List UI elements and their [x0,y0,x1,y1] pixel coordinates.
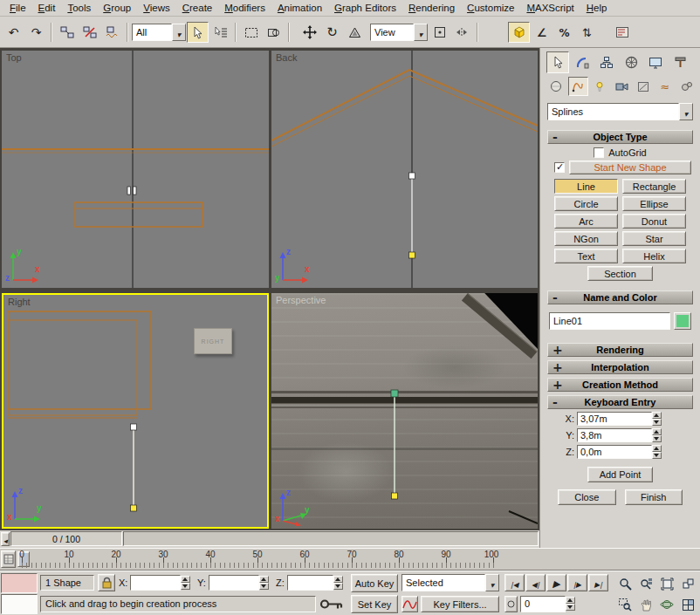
z-input[interactable]: 0,0m [577,445,652,459]
redo-button[interactable] [25,22,47,43]
tab-shapes[interactable] [568,77,588,96]
tab-systems[interactable] [676,77,697,96]
window-crossing-toggle-button[interactable] [263,22,285,43]
menu-graph-editors[interactable]: Graph Editors [328,1,402,15]
y-spinner[interactable] [652,428,662,442]
tab-lights[interactable] [590,77,610,96]
menu-create[interactable]: Create [176,1,219,15]
tab-modify[interactable] [571,51,594,73]
previous-frame-button[interactable] [525,574,546,591]
rollout-rendering[interactable]: Rendering [547,343,693,357]
object-type-arc[interactable]: Arc [554,214,618,229]
start-new-shape-checkbox[interactable] [554,162,565,173]
zoom-extents-button[interactable] [656,573,677,594]
unlink-selection-button[interactable] [79,22,100,43]
menu-help[interactable]: Help [580,1,614,15]
dropdown-arrow-icon[interactable] [679,103,693,120]
status-z-input[interactable] [287,575,333,591]
select-and-link-button[interactable] [56,22,78,43]
go-to-start-button[interactable] [504,574,525,591]
play-animation-button[interactable] [546,574,566,591]
viewport-top[interactable]: Top y x z [2,51,269,288]
arc-rotate-button[interactable] [656,594,677,615]
selection-lock-toggle-button[interactable] [98,574,115,591]
z-spinner[interactable] [652,445,662,459]
menu-group[interactable]: Group [97,1,137,15]
spinner-snap-button[interactable] [576,22,598,43]
select-and-rotate-button[interactable] [321,22,343,43]
viewport-perspective-label[interactable]: Perspective [276,295,326,305]
menu-customize[interactable]: Customize [461,1,520,15]
menu-animation[interactable]: Animation [271,1,328,15]
close-button[interactable]: Close [558,489,616,505]
menu-file[interactable]: File [3,1,32,15]
timeline-ruler[interactable]: 0 10 20 30 40 50 60 70 80 90 100 [0,548,700,571]
next-frame-button[interactable] [567,574,587,591]
set-key-button[interactable]: Set Key [351,595,398,613]
selection-filter-dropdown[interactable]: All [132,24,186,41]
tab-create[interactable] [546,51,569,73]
maxscript-listener-pane[interactable] [1,594,38,614]
rollout-name-and-color[interactable]: Name and Color [547,290,693,304]
percent-snap-button[interactable] [553,22,575,43]
menu-rendering[interactable]: Rendering [402,1,461,15]
tab-display[interactable] [644,51,667,73]
region-zoom-button[interactable] [614,594,635,615]
menu-tools[interactable]: Tools [61,1,97,15]
mirror-button[interactable] [451,22,473,43]
object-name-field[interactable]: Line01 [549,312,670,330]
status-y-input[interactable] [209,575,259,591]
zoom-extents-all-button[interactable] [677,573,698,594]
rectangular-selection-region-button[interactable] [240,22,262,43]
spline-category-dropdown[interactable]: Splines [547,103,693,120]
current-frame-spinner[interactable] [566,597,575,611]
default-tangents-button[interactable] [401,596,418,612]
menu-edit[interactable]: Edit [32,1,62,15]
select-by-name-button[interactable] [209,22,231,43]
x-input[interactable]: 3,07m [577,412,652,426]
tab-space-warps[interactable] [655,77,675,96]
viewport-back[interactable]: Back z x y [271,51,538,288]
keyboard-shortcut-override-button[interactable] [319,598,344,612]
viewport-top-label[interactable]: Top [6,52,22,63]
autogrid-checkbox[interactable] [594,147,604,158]
bind-to-space-warp-button[interactable] [101,22,123,43]
object-type-ngon[interactable]: NGon [554,231,618,246]
object-type-helix[interactable]: Helix [622,249,686,263]
tab-cameras[interactable] [612,77,632,96]
zoom-all-button[interactable] [635,573,656,594]
object-type-text[interactable]: Text [554,249,618,263]
menu-maxscript[interactable]: MAXScript [520,1,580,15]
use-pivot-center-button[interactable] [429,22,450,43]
y-input[interactable]: 3,8m [577,428,652,442]
undo-button[interactable] [3,22,24,43]
select-and-move-button[interactable] [299,22,320,43]
object-type-circle[interactable]: Circle [554,196,618,211]
status-x-spinner[interactable] [181,576,190,590]
start-new-shape-button[interactable]: Start New Shape [569,161,691,174]
viewport-right-label[interactable]: Right [8,297,31,307]
macro-recorder-pane[interactable] [1,573,38,593]
rollout-keyboard-entry[interactable]: Keyboard Entry [547,395,693,409]
tab-hierarchy[interactable] [595,51,618,73]
tab-geometry[interactable] [546,77,566,96]
rollout-creation-method[interactable]: Creation Method [547,378,693,392]
object-type-rectangle[interactable]: Rectangle [622,179,686,194]
track-bar-strip[interactable] [123,531,539,546]
reference-coordsys-dropdown[interactable]: View [370,24,428,41]
finish-button[interactable]: Finish [625,489,683,505]
pan-button[interactable] [635,594,656,615]
dropdown-arrow-icon[interactable] [414,24,428,41]
track-scroll-left-button[interactable] [1,532,10,546]
object-color-swatch[interactable] [674,312,691,330]
rollout-object-type[interactable]: Object Type [547,130,693,144]
dropdown-arrow-icon[interactable] [485,574,499,591]
viewport-back-label[interactable]: Back [276,52,297,63]
angle-snap-button[interactable] [531,22,552,43]
object-type-ellipse[interactable]: Ellipse [622,196,686,211]
maximize-viewport-toggle-button[interactable] [677,594,698,615]
tab-helpers[interactable] [633,77,653,96]
menu-modifiers[interactable]: Modifiers [218,1,271,15]
auto-key-button[interactable]: Auto Key [351,574,398,592]
zoom-button[interactable] [614,573,635,594]
